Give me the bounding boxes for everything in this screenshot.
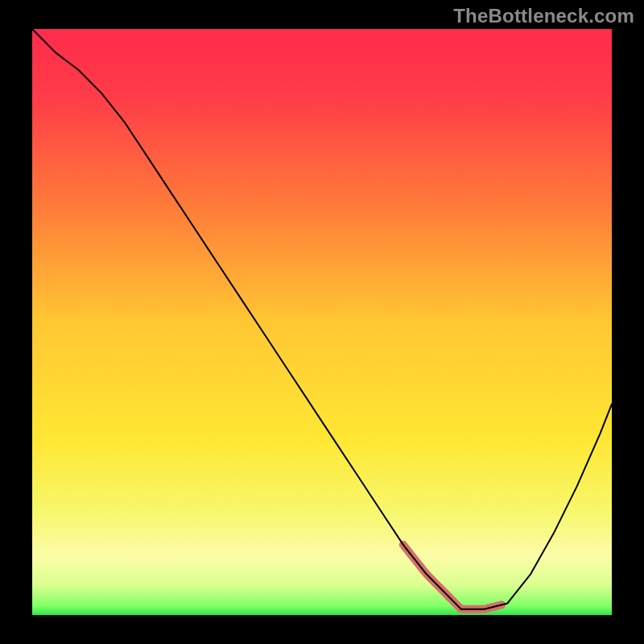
gradient-rect (32, 29, 612, 615)
watermark-text: TheBottleneck.com (453, 5, 634, 27)
chart-svg (32, 29, 612, 615)
chart-frame: TheBottleneck.com (0, 0, 644, 644)
plot-area (32, 29, 612, 615)
